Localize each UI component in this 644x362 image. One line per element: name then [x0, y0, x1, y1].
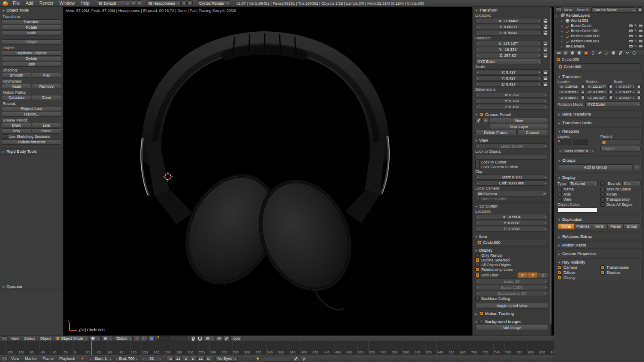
- rigid-body-tools-panel-header[interactable]: Rigid Body Tools: [0, 148, 63, 154]
- render-opengl-anim-icon[interactable]: [223, 336, 230, 341]
- gp-erase-button[interactable]: Erase: [32, 128, 61, 134]
- breadcrumb-object[interactable]: Circle.000: [562, 57, 579, 62]
- parent-type-dropdown[interactable]: Object: [600, 146, 641, 151]
- layer-10[interactable]: [569, 142, 572, 145]
- sketching-sessions-checkbox[interactable]: [3, 134, 7, 139]
- lock-to-cursor-checkbox[interactable]: [475, 160, 480, 164]
- layer-12[interactable]: [176, 336, 179, 338]
- visibility-eye-icon[interactable]: [629, 24, 633, 27]
- outliner-search-menu[interactable]: Search: [575, 7, 590, 12]
- location-z-field[interactable]: Z: 0.76847: [475, 30, 542, 36]
- lock-icon[interactable]: [543, 30, 548, 36]
- blender-logo-icon[interactable]: [3, 1, 8, 6]
- rotate-button[interactable]: Rotate: [2, 25, 61, 30]
- editor-type-timeline-icon[interactable]: [2, 356, 8, 361]
- viewport-3d[interactable]: Mem: 87.20M, Peak: 87.20M | Headphones |…: [63, 7, 554, 335]
- outline-selected-checkbox[interactable]: [475, 258, 480, 262]
- motion-tracking-checkbox[interactable]: [479, 312, 483, 316]
- p-loc-x[interactable]: X: -0.39468: [558, 84, 580, 89]
- object-menu[interactable]: Object: [38, 336, 53, 341]
- insert-keyframe-icon[interactable]: [293, 356, 299, 362]
- ray-diffuse-checkbox[interactable]: [558, 270, 562, 275]
- np-grease-pencil-header[interactable]: Grease Pencil: [473, 111, 552, 118]
- layer-12[interactable]: [576, 139, 579, 142]
- outliner-item-beziercircle-001[interactable]: ▸BezierCircle.001↖: [554, 28, 644, 33]
- icon-button[interactable]: icon: [230, 335, 242, 341]
- layer-11[interactable]: [573, 139, 576, 142]
- current-frame-indicator[interactable]: [91, 341, 92, 355]
- texture-space-checkbox[interactable]: [600, 187, 605, 191]
- manipulator-rotate-icon[interactable]: [141, 336, 147, 341]
- layer-11[interactable]: [173, 336, 176, 338]
- ray-glossy-checkbox[interactable]: [558, 276, 562, 280]
- collapse-icon[interactable]: [2, 284, 5, 289]
- keying-set-field[interactable]: [261, 356, 292, 362]
- layer-15[interactable]: [585, 139, 588, 142]
- frame-end-field[interactable]: End: 700: [114, 356, 139, 362]
- layer-17[interactable]: [576, 142, 579, 145]
- grease-pencil-checkbox[interactable]: [479, 113, 483, 117]
- display-axis-checkbox[interactable]: [558, 192, 562, 196]
- p-scl-y[interactable]: Y: 0.427: [614, 89, 636, 95]
- add-screen-button[interactable]: +: [131, 0, 136, 6]
- delete-screen-button[interactable]: ×: [137, 0, 142, 6]
- lock-icon[interactable]: [543, 53, 548, 58]
- snap-magnet-icon[interactable]: [197, 336, 203, 341]
- origin-button[interactable]: Origin: [2, 39, 61, 45]
- dimensions-z-field[interactable]: Z: 0.192: [475, 104, 548, 110]
- jump-prev-keyframe-button[interactable]: ◀◀: [174, 356, 182, 362]
- selectability-pointer-icon[interactable]: ↖: [634, 24, 637, 27]
- lock-icon[interactable]: [637, 95, 641, 100]
- layer-14[interactable]: [182, 336, 185, 338]
- location-x-field[interactable]: X: -0.39468: [475, 18, 542, 24]
- new-layer-button[interactable]: New Layer: [490, 124, 548, 129]
- tab-object-data[interactable]: [604, 50, 609, 56]
- lock-icon[interactable]: [608, 95, 612, 100]
- outliner-filter-icon[interactable]: [637, 7, 643, 12]
- play-button[interactable]: ▶: [190, 356, 197, 362]
- clear-camera-icon[interactable]: ×: [543, 192, 546, 196]
- layer-5[interactable]: [569, 139, 572, 142]
- lock-icon[interactable]: [581, 95, 584, 100]
- layer-6[interactable]: [558, 142, 560, 145]
- pivot-point-dropdown[interactable]: [101, 336, 113, 341]
- auto-keyframe-icon[interactable]: [256, 357, 259, 360]
- grid-scale-field[interactable]: Scale: 1.000: [475, 285, 548, 290]
- lock-icon[interactable]: [543, 47, 548, 52]
- lens-field[interactable]: Lens: 35.000: [475, 143, 548, 149]
- layer-2[interactable]: [160, 336, 163, 338]
- scale-x-field[interactable]: X: 0.427: [475, 69, 542, 75]
- manipulator-translate-icon[interactable]: ▲: [134, 336, 140, 341]
- visibility-eye-icon[interactable]: [629, 45, 633, 47]
- outliner-item-camera[interactable]: ▸Camera↖: [554, 44, 644, 49]
- rotation-z-field[interactable]: Z: 257.82°: [475, 53, 542, 58]
- np-view-header[interactable]: View: [473, 137, 552, 143]
- new-group-icon[interactable]: +: [634, 165, 640, 170]
- cursor-x-field[interactable]: X: -0.5904: [475, 214, 548, 220]
- screen-layout-dropdown[interactable]: Default: [97, 0, 130, 6]
- tab-constraints[interactable]: [590, 50, 596, 56]
- grease-add-icon[interactable]: +: [483, 118, 489, 123]
- add-scene-button[interactable]: +: [181, 0, 187, 6]
- local-camera-field[interactable]: Camera ×: [475, 191, 548, 196]
- gp-draw-button[interactable]: Draw: [2, 123, 31, 128]
- jump-to-end-button[interactable]: ▶|: [205, 356, 212, 362]
- transparency-checkbox[interactable]: [600, 197, 605, 202]
- parent-field[interactable]: [600, 139, 641, 145]
- dimensions-y-field[interactable]: Y: 0.756: [475, 98, 548, 104]
- select-menu[interactable]: Select: [22, 336, 37, 341]
- smooth-button[interactable]: Smooth: [2, 73, 31, 78]
- layer-20[interactable]: [585, 142, 588, 145]
- record-icon[interactable]: [81, 357, 84, 360]
- timeline-playback-menu[interactable]: Playback: [57, 355, 77, 362]
- all-object-origins-checkbox[interactable]: [475, 263, 480, 267]
- add-image-button[interactable]: Add Image: [475, 325, 548, 330]
- remove-keyframe-button[interactable]: Remove: [32, 84, 61, 89]
- layer-3[interactable]: [564, 139, 566, 142]
- selectability-pointer-icon[interactable]: ↖: [634, 45, 637, 48]
- p-loc-y[interactable]: Y: 0.60371: [558, 89, 580, 95]
- renderability-camera-icon[interactable]: [639, 35, 642, 37]
- location-y-field[interactable]: Y: 0.60371: [475, 24, 542, 30]
- outliner-item-label[interactable]: BezierCircle: [571, 24, 592, 28]
- np-transform-header[interactable]: Transform: [473, 7, 552, 13]
